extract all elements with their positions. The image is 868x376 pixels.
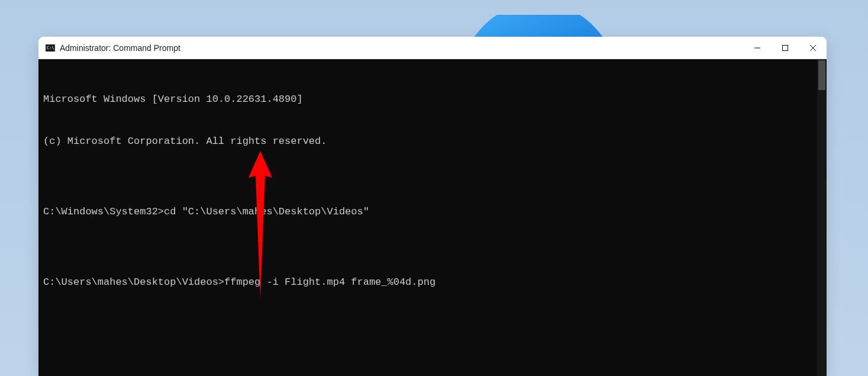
command-prompt-window: C:\ Administrator: Command Prompt: [38, 37, 827, 376]
scrollbar-thumb[interactable]: [818, 60, 825, 90]
window-title: Administrator: Command Prompt: [60, 43, 743, 53]
svg-rect-3: [782, 46, 788, 51]
terminal-output[interactable]: Microsoft Windows [Version 10.0.22631.48…: [38, 59, 817, 376]
command-prompt-icon: C:\: [46, 43, 55, 53]
terminal-line: Microsoft Windows [Version 10.0.22631.48…: [43, 92, 817, 107]
window-titlebar[interactable]: C:\ Administrator: Command Prompt: [38, 37, 827, 59]
maximize-button[interactable]: [771, 37, 799, 59]
terminal-line: C:\Users\mahes\Desktop\Videos>ffmpeg -i …: [43, 275, 817, 290]
terminal-line: C:\Windows\System32>cd "C:\Users\mahes\D…: [43, 205, 817, 219]
window-controls: [743, 37, 827, 59]
minimize-button[interactable]: [743, 37, 771, 59]
vertical-scrollbar[interactable]: [817, 59, 827, 376]
terminal-line: (c) Microsoft Corporation. All rights re…: [43, 134, 817, 149]
terminal-area[interactable]: Microsoft Windows [Version 10.0.22631.48…: [38, 59, 827, 376]
close-button[interactable]: [799, 37, 827, 59]
svg-text:C:\: C:\: [47, 46, 54, 50]
